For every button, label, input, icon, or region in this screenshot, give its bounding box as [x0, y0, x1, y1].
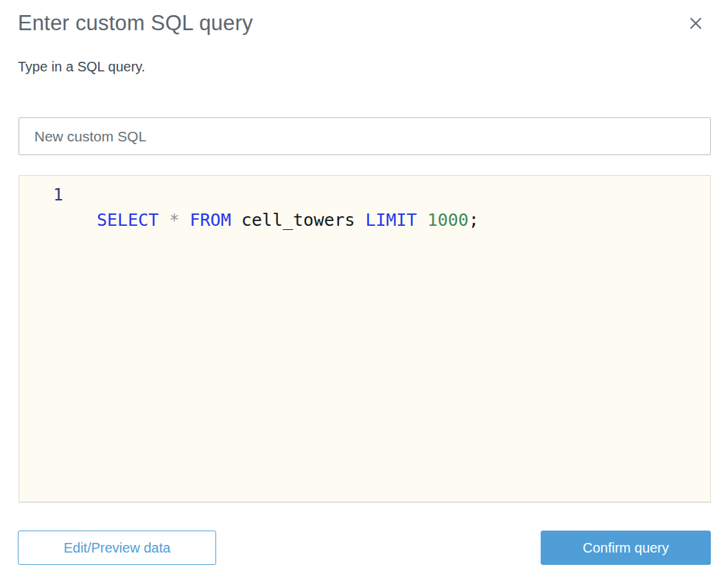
custom-sql-dialog: Enter custom SQL query Type in a SQL que…	[0, 0, 728, 580]
sql-token-plain	[179, 210, 189, 230]
close-button[interactable]	[687, 14, 705, 32]
sql-token-keyword: SELECT	[97, 210, 158, 230]
sql-token-plain: cell_towers	[231, 210, 366, 230]
custom-sql-name-input[interactable]	[19, 117, 711, 155]
sql-token-plain	[158, 210, 169, 230]
dialog-title: Enter custom SQL query	[18, 11, 253, 36]
editor-line-number-gutter: 1	[19, 176, 63, 502]
sql-token-keyword: FROM	[190, 210, 231, 230]
line-number: 1	[19, 185, 63, 206]
sql-code-editor[interactable]: 1 SELECT * FROM cell_towers LIMIT 1000;	[19, 175, 711, 502]
sql-token-operator: *	[169, 210, 179, 230]
sql-token-keyword: LIMIT	[365, 210, 416, 230]
sql-token-number: 1000	[427, 210, 469, 230]
sql-code-line: SELECT * FROM cell_towers LIMIT 1000;	[97, 209, 710, 231]
confirm-query-button[interactable]: Confirm query	[541, 531, 711, 565]
sql-token-plain	[417, 210, 427, 230]
editor-code-area[interactable]: SELECT * FROM cell_towers LIMIT 1000;	[63, 176, 710, 502]
close-icon	[689, 16, 703, 30]
edit-preview-data-button[interactable]: Edit/Preview data	[18, 531, 216, 565]
dialog-subtitle: Type in a SQL query.	[18, 59, 145, 75]
sql-token-plain: ;	[469, 210, 479, 230]
